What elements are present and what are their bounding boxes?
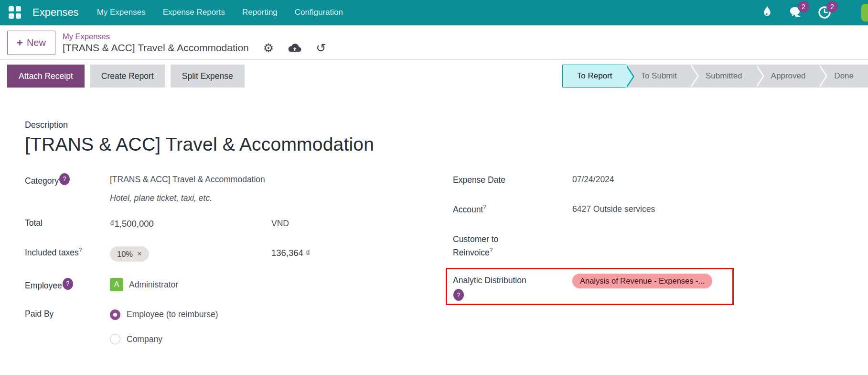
account-row: Account? 6427 Outside services [453, 203, 868, 216]
tax-tag[interactable]: 10% × [110, 246, 149, 262]
user-avatar[interactable] [861, 4, 868, 22]
category-help-icon[interactable]: ? [59, 173, 70, 185]
plus-icon: + [17, 37, 23, 49]
customer-to-reinvoice-row: Customer to Reinvoice? [453, 232, 868, 259]
employee-row: Employee? A Administrator [25, 278, 453, 292]
annotation-box: Analytic Distribution ? Analysis of Reve… [446, 268, 734, 305]
description-label: Description [25, 120, 868, 130]
breadcrumb: My Expenses [TRANS & ACC] Travel & Accom… [63, 32, 326, 54]
nav-item-my-expenses[interactable]: My Expenses [97, 8, 146, 17]
create-report-button[interactable]: Create Report [90, 65, 165, 88]
customer-to-reinvoice-help[interactable]: ? [490, 247, 493, 254]
customer-to-reinvoice-label: Customer to Reinvoice? [453, 232, 534, 259]
included-taxes-help[interactable]: ? [79, 247, 82, 254]
paid-by-option-employee[interactable]: Employee (to reimburse) [110, 308, 218, 320]
tax-amount: 136,364 ₫ [271, 246, 311, 260]
stage-to-report[interactable]: To Report [562, 65, 627, 88]
breadcrumb-current: [TRANS & ACC] Travel & Accommodation [63, 42, 249, 54]
gear-icon[interactable]: ⚙ [263, 42, 274, 54]
total-amount[interactable]: ₫1,500,000 [110, 217, 271, 231]
account-label: Account? [453, 203, 534, 216]
included-taxes-label: Included taxes? [25, 246, 96, 259]
account-value[interactable]: 6427 Outside services [572, 203, 655, 215]
radio-unselected-icon[interactable] [110, 334, 120, 344]
expense-date-label: Expense Date [453, 173, 534, 187]
employee-label: Employee? [25, 278, 96, 292]
breadcrumb-parent-link[interactable]: My Expenses [63, 32, 326, 42]
apps-menu-icon[interactable] [9, 6, 21, 19]
stage-to-submit[interactable]: To Submit [626, 65, 691, 88]
paid-by-option-company[interactable]: Company [110, 333, 218, 345]
expense-form-page: Expenses My Expenses Expense Reports Rep… [0, 0, 868, 375]
nav-item-reporting[interactable]: Reporting [242, 8, 278, 17]
expense-date-row: Expense Date 07/24/2024 [453, 173, 868, 187]
expense-date-value[interactable]: 07/24/2024 [572, 173, 614, 186]
employee-value[interactable]: A Administrator [110, 278, 178, 291]
split-expense-button[interactable]: Split Expense [171, 65, 245, 88]
droplet-icon[interactable] [760, 5, 774, 20]
total-label: Total [25, 217, 96, 229]
cloud-save-icon[interactable] [288, 43, 301, 53]
stage-approved[interactable]: Approved [757, 65, 820, 88]
discard-refresh-icon[interactable]: ↺ [316, 42, 326, 54]
category-value[interactable]: [TRANS & ACC] Travel & Accommodation Hot… [110, 173, 265, 205]
currency-value[interactable]: VND [271, 217, 289, 230]
radio-selected-icon[interactable] [110, 309, 120, 320]
messages-badge: 2 [798, 1, 809, 12]
analytic-distribution-label: Analytic Distribution ? [453, 274, 534, 301]
attach-receipt-button[interactable]: Attach Receipt [7, 65, 85, 88]
analytic-distribution-tag[interactable]: Analysis of Revenue - Expenses -... [572, 274, 712, 288]
form-sheet: Description [TRANS & ACC] Travel & Accom… [0, 92, 868, 374]
activities-badge: 2 [826, 1, 838, 12]
app-title: Expenses [32, 6, 79, 19]
employee-help-icon[interactable]: ? [63, 278, 73, 290]
action-strip: Attach Receipt Create Report Split Expen… [0, 59, 868, 92]
nav-item-expense-reports[interactable]: Expense Reports [163, 8, 225, 17]
nav-item-configuration[interactable]: Configuration [295, 8, 343, 17]
activities-clock-icon[interactable]: 2 [817, 5, 832, 20]
included-taxes-row: Included taxes? 10% × 136,364 ₫ [25, 246, 453, 262]
category-label: Category? [25, 173, 96, 187]
status-pipeline: To Report To Submit Submitted Approved D… [562, 65, 868, 88]
messages-icon[interactable]: 2 [789, 5, 803, 20]
breadcrumb-bar: + New My Expenses [TRANS & ACC] Travel &… [0, 25, 868, 59]
expense-title[interactable]: [TRANS & ACC] Travel & Accommodation [25, 134, 868, 155]
employee-avatar: A [110, 278, 123, 291]
analytic-distribution-help-icon[interactable]: ? [453, 289, 464, 301]
nav-menu: My Expenses Expense Reports Reporting Co… [97, 8, 343, 17]
category-hint: Hotel, plane ticket, taxi, etc. [110, 192, 265, 204]
stage-submitted[interactable]: Submitted [691, 65, 757, 88]
paid-by-label: Paid By [25, 308, 96, 320]
new-button-label: New [27, 37, 46, 48]
total-row: Total ₫1,500,000 VND [25, 217, 453, 231]
top-navbar: Expenses My Expenses Expense Reports Rep… [0, 0, 868, 25]
account-help[interactable]: ? [483, 204, 486, 210]
form-right-column: Expense Date 07/24/2024 Account? 6427 Ou… [453, 173, 868, 374]
form-left-column: Category? [TRANS & ACC] Travel & Accommo… [25, 173, 453, 374]
paid-by-row: Paid By Employee (to reimburse) Company [25, 308, 453, 357]
tax-remove-icon[interactable]: × [137, 249, 142, 259]
nav-right-icons: 2 2 [760, 5, 832, 20]
category-row: Category? [TRANS & ACC] Travel & Accommo… [25, 173, 453, 205]
new-button[interactable]: + New [7, 31, 55, 55]
